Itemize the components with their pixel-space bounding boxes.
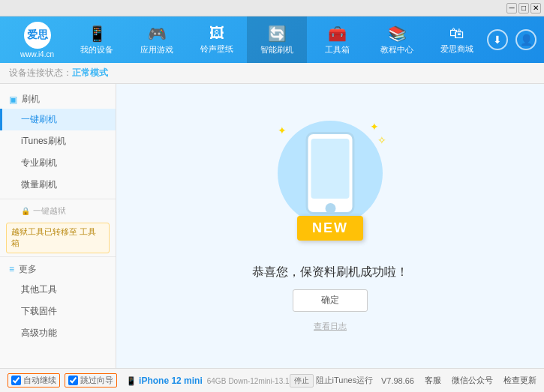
confirm-btn-label: 确定 <box>321 294 339 307</box>
skip-wizard-checkbox[interactable]: 跳过向导 <box>65 373 117 388</box>
bottom-right: V7.98.66 客服 微信公众号 检查更新 <box>381 375 536 386</box>
maximize-button[interactable]: □ <box>518 3 529 13</box>
status-bar: 设备连接状态： 正常模式 <box>0 63 544 84</box>
skip-wizard-label: 跳过向导 <box>80 375 113 386</box>
nav-shop[interactable]: 🛍 爱思商城 <box>427 16 487 63</box>
status-label: 设备连接状态： <box>9 67 72 79</box>
phone-body <box>306 132 355 214</box>
device-icon: 📱 <box>88 25 107 43</box>
sparkle-icon-2: ✦ <box>370 121 379 133</box>
new-label: NEW <box>312 220 348 235</box>
notice-text: 越狱工具已转移至 工具箱 <box>11 227 96 247</box>
download-fw-label: 下载固件 <box>21 306 57 316</box>
confirm-button[interactable]: 确定 <box>293 289 368 312</box>
nav-wallpaper-label: 铃声壁纸 <box>200 43 233 55</box>
nav-smart-flash[interactable]: 🔄 智能刷机 <box>247 16 307 63</box>
sidebar-locked-jailbreak: 🔒 一键越狱 <box>0 202 116 220</box>
itunes-status: 停止 阻止iTunes运行 <box>290 374 374 388</box>
app-game-icon: 🎮 <box>148 25 167 43</box>
phone-home-button <box>325 203 335 214</box>
status-value: 正常模式 <box>72 67 108 79</box>
sidebar-section-flash-label: 刷机 <box>22 93 40 106</box>
close-button[interactable]: ✕ <box>530 3 541 13</box>
nav-smart-flash-label: 智能刷机 <box>260 44 293 55</box>
nav-my-device-label: 我的设备 <box>80 44 113 55</box>
auto-continue-input[interactable] <box>11 376 21 385</box>
content-area: ✦ ✦ ✧ NEW 恭喜您，保资料刷机成功啦！ 确定 查看日志 <box>116 84 544 368</box>
logo-url: www.i4.cn <box>20 50 54 58</box>
other-tools-label: 其他工具 <box>21 284 57 295</box>
micro-flash-label: 微量刷机 <box>21 179 57 190</box>
success-text: 恭喜您，保资料刷机成功啦！ <box>252 265 408 280</box>
nav-toolbox-label: 工具箱 <box>325 44 350 55</box>
sidebar-item-advanced[interactable]: 高级功能 <box>0 322 116 344</box>
device-name: iPhone 12 mini <box>139 376 203 386</box>
header: 爱思 www.i4.cn 📱 我的设备 🎮 应用游戏 🖼 铃声壁纸 🔄 智能刷机… <box>0 16 544 63</box>
nav-shop-label: 爱思商城 <box>440 43 473 55</box>
sidebar: ▣ 刷机 一键刷机 iTunes刷机 专业刷机 微量刷机 🔒 一键越狱 越狱工具… <box>0 84 116 368</box>
minimize-button[interactable]: ─ <box>506 3 517 13</box>
download-button[interactable]: ⬇ <box>487 29 508 50</box>
more-section-icon: ≡ <box>9 264 14 274</box>
sparkle-icon-3: ✧ <box>377 134 386 146</box>
lock-icon: 🔒 <box>21 207 30 215</box>
success-container: ✦ ✦ ✧ NEW 恭喜您，保资料刷机成功啦！ 确定 查看日志 <box>252 121 408 332</box>
nav-my-device[interactable]: 📱 我的设备 <box>67 16 127 63</box>
itunes-flash-label: iTunes刷机 <box>21 136 66 146</box>
itunes-label: 阻止iTunes运行 <box>316 375 374 386</box>
nav-tutorial-label: 教程中心 <box>380 44 413 55</box>
sidebar-divider-2 <box>0 256 116 257</box>
notice-box: 越狱工具已转移至 工具箱 <box>6 223 110 253</box>
bottom-left: 自动继续 跳过向导 📱 iPhone 12 mini 64GB Down-12m… <box>8 373 290 388</box>
sidebar-section-more-label: 更多 <box>19 263 37 276</box>
phone-illustration: ✦ ✦ ✧ NEW <box>270 121 390 256</box>
toolbox-icon: 🧰 <box>328 25 347 43</box>
tutorial-icon: 📚 <box>388 25 407 43</box>
device-capacity: 64GB <box>207 377 227 385</box>
auto-continue-checkbox[interactable]: 自动继续 <box>8 373 60 388</box>
sidebar-item-other-tools[interactable]: 其他工具 <box>0 279 116 301</box>
sidebar-section-more[interactable]: ≡ 更多 <box>0 260 116 279</box>
sidebar-section-flash[interactable]: ▣ 刷机 <box>0 90 116 109</box>
new-ribbon: NEW <box>297 216 363 241</box>
sidebar-item-itunes-flash[interactable]: iTunes刷机 <box>0 130 116 152</box>
auto-continue-label: 自动继续 <box>23 375 56 386</box>
wechat-link[interactable]: 微信公众号 <box>452 375 493 386</box>
nav-bar: 📱 我的设备 🎮 应用游戏 🖼 铃声壁纸 🔄 智能刷机 🧰 工具箱 📚 教程中心… <box>67 16 487 63</box>
stop-button[interactable]: 停止 <box>290 374 314 388</box>
sidebar-item-micro-flash[interactable]: 微量刷机 <box>0 174 116 196</box>
nav-tutorial[interactable]: 📚 教程中心 <box>367 16 427 63</box>
nav-app-game-label: 应用游戏 <box>140 44 173 55</box>
pro-flash-label: 专业刷机 <box>21 157 57 168</box>
bottom-bar: 自动继续 跳过向导 📱 iPhone 12 mini 64GB Down-12m… <box>0 368 544 392</box>
one-click-flash-label: 一键刷机 <box>21 114 57 124</box>
update-link[interactable]: 检查更新 <box>503 375 536 386</box>
version-text: V7.98.66 <box>381 376 414 385</box>
device-details: 64GB Down-12mini-13.1 <box>207 376 290 385</box>
service-link[interactable]: 客服 <box>425 375 441 386</box>
header-right: ⬇ 👤 <box>487 29 536 50</box>
locked-label: 一键越狱 <box>33 205 66 217</box>
logo-area: 爱思 www.i4.cn <box>8 22 67 58</box>
smart-flash-icon: 🔄 <box>268 25 287 43</box>
sidebar-item-download-fw[interactable]: 下载固件 <box>0 301 116 322</box>
nav-wallpaper[interactable]: 🖼 铃声壁纸 <box>187 16 247 63</box>
flash-section-icon: ▣ <box>9 94 17 105</box>
user-button[interactable]: 👤 <box>515 29 536 50</box>
device-model: Down-12mini-13.1 <box>228 377 289 385</box>
sidebar-divider-1 <box>0 199 116 199</box>
main-layout: ▣ 刷机 一键刷机 iTunes刷机 专业刷机 微量刷机 🔒 一键越狱 越狱工具… <box>0 84 544 368</box>
nav-toolbox[interactable]: 🧰 工具箱 <box>307 16 367 63</box>
sidebar-item-pro-flash[interactable]: 专业刷机 <box>0 152 116 174</box>
view-log-link[interactable]: 查看日志 <box>314 321 347 332</box>
logo-icon: 爱思 <box>24 22 51 49</box>
wallpaper-icon: 🖼 <box>209 25 224 42</box>
phone-screen <box>311 139 350 199</box>
shop-icon: 🛍 <box>449 25 464 42</box>
sparkle-icon-1: ✦ <box>278 124 287 136</box>
nav-app-game[interactable]: 🎮 应用游戏 <box>127 16 187 63</box>
title-bar: ─ □ ✕ <box>0 0 544 16</box>
phone-icon: 📱 <box>126 376 137 385</box>
sidebar-item-one-click-flash[interactable]: 一键刷机 <box>0 109 116 130</box>
skip-wizard-input[interactable] <box>68 376 78 385</box>
